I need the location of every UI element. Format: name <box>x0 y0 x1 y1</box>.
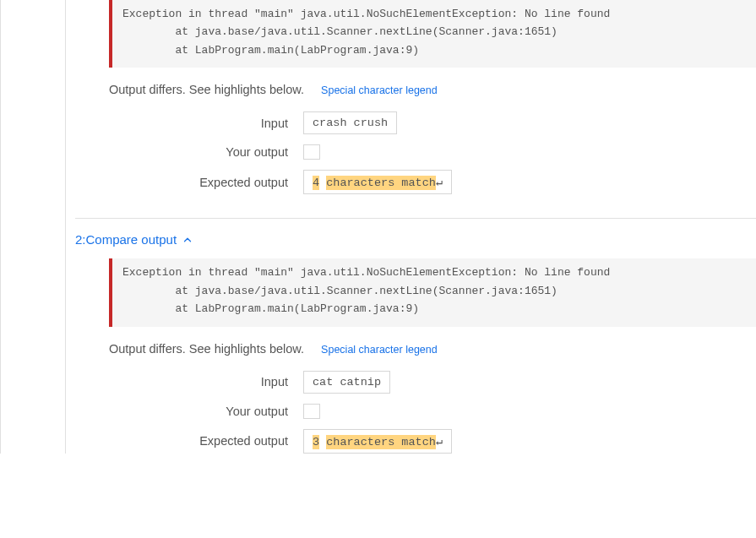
expected-output-row: Expected output 3 characters match↵ <box>109 429 756 454</box>
highlight-text: characters match <box>326 435 436 449</box>
chevron-up-icon <box>182 234 193 246</box>
diff-message: Output differs. See highlights below. Sp… <box>109 342 756 356</box>
input-value: cat catnip <box>303 371 390 394</box>
input-row: Input cat catnip <box>109 371 756 394</box>
expected-output-row: Expected output 4 characters match↵ <box>109 170 756 194</box>
highlight-num: 3 <box>313 435 319 449</box>
highlight-num: 4 <box>313 176 319 190</box>
diff-message: Output differs. See highlights below. Sp… <box>109 83 756 96</box>
your-output-row: Your output <box>109 144 756 160</box>
your-output-row: Your output <box>109 404 756 419</box>
error-output: Exception in thread "main" java.util.NoS… <box>109 0 756 68</box>
your-output-label: Your output <box>109 145 303 159</box>
test-section-header[interactable]: 2:Compare output <box>75 232 756 247</box>
error-output: Exception in thread "main" java.util.NoS… <box>109 258 756 326</box>
your-output-value <box>303 404 320 419</box>
newline-icon: ↵ <box>436 177 443 189</box>
input-label: Input <box>109 375 303 389</box>
expected-output-value: 3 characters match↵ <box>303 429 452 454</box>
your-output-value <box>303 144 320 160</box>
expected-output-label: Expected output <box>109 176 303 189</box>
section-divider <box>75 218 756 219</box>
input-label: Input <box>109 117 303 130</box>
special-char-legend-link[interactable]: Special character legend <box>321 84 438 96</box>
newline-icon: ↵ <box>436 436 443 448</box>
vertical-rail <box>65 0 66 454</box>
expected-output-value: 4 characters match↵ <box>303 170 452 194</box>
highlight-text: characters match <box>326 176 436 190</box>
expected-output-label: Expected output <box>109 434 303 448</box>
diff-text: Output differs. See highlights below. <box>109 342 304 356</box>
test-section-title: 2:Compare output <box>75 232 177 247</box>
your-output-label: Your output <box>109 405 303 418</box>
diff-text: Output differs. See highlights below. <box>109 83 304 96</box>
special-char-legend-link[interactable]: Special character legend <box>321 344 438 356</box>
test-results-panel: Exception in thread "main" java.util.NoS… <box>0 0 756 454</box>
input-value: crash crush <box>303 111 397 134</box>
input-row: Input crash crush <box>109 111 756 134</box>
